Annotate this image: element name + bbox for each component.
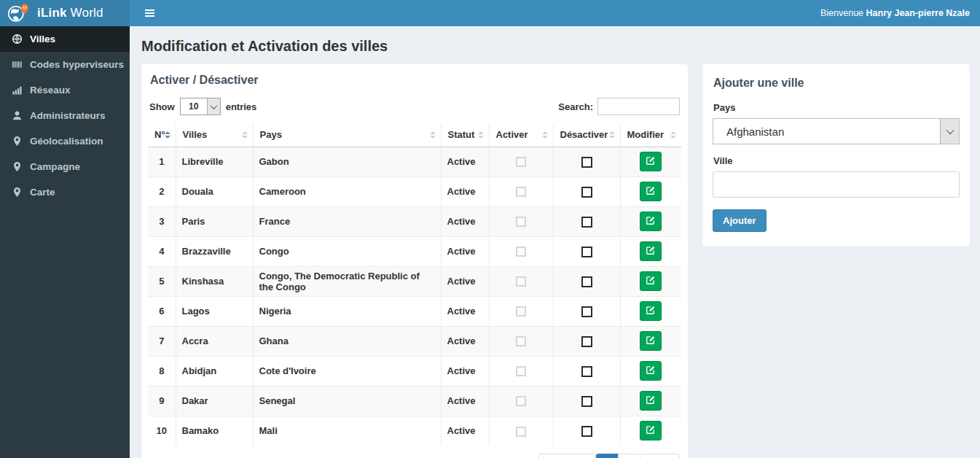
modifier-button[interactable] — [640, 271, 662, 291]
page-title: Modification et Activation des villes — [141, 38, 971, 55]
modifier-button[interactable] — [640, 182, 662, 201]
desactiver-checkbox[interactable] — [581, 276, 592, 287]
navbar: Bienvenue Hanry Jean-pierre Nzale — [130, 0, 980, 26]
show-label: Show — [149, 101, 175, 112]
cell-statut: Active — [441, 147, 489, 176]
column-header-statut[interactable]: Statut — [441, 123, 489, 147]
sidebar-toggle-hamburger-icon[interactable] — [139, 4, 160, 23]
edit-pencil-icon — [646, 155, 656, 168]
desactiver-checkbox[interactable] — [581, 306, 592, 317]
desactiver-checkbox[interactable] — [581, 426, 592, 437]
cell-n: 10 — [148, 416, 176, 446]
sidebar-item-label: Codes hyperviseurs — [30, 59, 124, 70]
table-row: 2 Douala Cameroon Active — [148, 176, 681, 206]
search-label: Search: — [558, 101, 593, 112]
datatable-controls: Show 10 entries Search: — [149, 98, 680, 115]
cell-statut: Active — [441, 176, 489, 206]
activer-checkbox — [516, 187, 526, 197]
welcome-message: Bienvenue Hanry Jean-pierre Nzale — [820, 8, 970, 18]
table-info: Showing 1 to 10 of 17 entries — [149, 454, 280, 458]
sidebar-item-carte[interactable]: Carte — [0, 179, 130, 205]
chevron-down-icon — [940, 119, 959, 144]
sort-icon — [542, 131, 548, 139]
ajouter-button[interactable]: Ajouter — [713, 209, 767, 232]
barcode-icon — [11, 59, 23, 70]
table-panel-title: Activer / Désactiver — [150, 74, 681, 87]
table-row: 4 Brazzaville Congo Active — [148, 236, 681, 266]
activer-checkbox — [516, 336, 526, 346]
table-row: 8 Abidjan Cote d'Ivoire Active — [148, 356, 681, 386]
sort-icon — [478, 131, 484, 139]
sidebar-item-reseaux[interactable]: Réseaux — [0, 77, 130, 103]
column-header-activer[interactable]: Activer — [489, 123, 553, 147]
ilink-globe-pin-logo-icon — [7, 2, 30, 24]
sidebar-item-codes-hyperviseurs[interactable]: Codes hyperviseurs — [0, 52, 130, 77]
cell-statut: Active — [441, 266, 489, 296]
desactiver-checkbox[interactable] — [581, 396, 592, 407]
column-header-n[interactable]: N° — [148, 123, 176, 147]
modifier-button[interactable] — [640, 421, 662, 440]
cell-ville: Accra — [176, 326, 253, 356]
column-header-modifier[interactable]: Modifier — [620, 123, 681, 147]
activation-table-panel: Activer / Désactiver Show 10 entries Sea… — [141, 63, 689, 458]
modifier-button[interactable] — [640, 301, 662, 321]
modifier-button[interactable] — [640, 391, 662, 411]
activer-checkbox — [516, 366, 526, 376]
cell-ville: Douala — [176, 176, 253, 206]
table-row: 7 Accra Ghana Active — [148, 326, 681, 356]
activer-checkbox — [516, 396, 526, 406]
sort-icon — [609, 131, 615, 139]
sidebar-item-administrateurs[interactable]: Administrateurs — [0, 103, 130, 128]
sidebar-item-label: Administrateurs — [30, 110, 106, 121]
desactiver-checkbox[interactable] — [581, 217, 592, 228]
search-input[interactable] — [597, 98, 680, 115]
modifier-button[interactable] — [640, 331, 662, 351]
brand-title: iLink World — [37, 6, 103, 20]
ville-input[interactable] — [713, 171, 960, 198]
cell-pays: Gabon — [253, 147, 441, 176]
modifier-button[interactable] — [640, 152, 662, 171]
sidebar-item-geolocalisation[interactable]: Géolocalisation — [0, 128, 130, 154]
page-length-select[interactable]: 10 — [180, 98, 221, 115]
cell-n: 5 — [148, 266, 176, 296]
chart-bars-icon — [11, 85, 23, 96]
globe-icon — [11, 34, 23, 44]
desactiver-checkbox[interactable] — [581, 366, 592, 377]
cell-n: 8 — [148, 356, 176, 386]
activer-checkbox — [516, 427, 526, 437]
desactiver-checkbox[interactable] — [581, 157, 592, 168]
pagination-next-button[interactable]: Next — [640, 454, 680, 458]
cell-n: 7 — [148, 326, 176, 356]
pagination-page-2[interactable]: 2 — [618, 454, 640, 458]
sidebar-item-label: Carte — [30, 187, 55, 198]
sort-icon — [430, 131, 436, 139]
top-bar: iLink World Bienvenue Hanry Jean-pierre … — [0, 0, 980, 26]
activer-checkbox — [516, 247, 526, 257]
cell-n: 2 — [148, 176, 176, 206]
table-row: 3 Paris France Active — [148, 206, 681, 236]
column-header-desactiver[interactable]: Désactiver — [553, 123, 620, 147]
table-row: 10 Bamako Mali Active — [148, 416, 681, 446]
cell-pays: France — [253, 206, 441, 236]
desactiver-checkbox[interactable] — [581, 336, 592, 347]
edit-pencil-icon — [646, 305, 656, 317]
sidebar-item-villes[interactable]: Villes — [0, 26, 130, 52]
edit-pencil-icon — [646, 215, 656, 228]
pagination-previous-button[interactable]: Previous — [538, 454, 596, 458]
column-header-villes[interactable]: Villes — [176, 123, 253, 147]
cell-n: 6 — [148, 296, 176, 326]
desactiver-checkbox[interactable] — [581, 187, 592, 198]
brand[interactable]: iLink World — [0, 0, 130, 26]
cell-ville: Lagos — [176, 296, 253, 326]
desactiver-checkbox[interactable] — [581, 247, 592, 257]
cell-statut: Active — [441, 296, 489, 326]
column-header-pays[interactable]: Pays — [253, 123, 441, 147]
pays-select[interactable]: Afghanistan — [713, 118, 960, 144]
sidebar-item-campagne[interactable]: Campagne — [0, 154, 130, 179]
modifier-button[interactable] — [640, 211, 662, 231]
page-length-control: Show 10 entries — [149, 98, 256, 115]
pagination-page-1[interactable]: 1 — [596, 454, 619, 458]
table-row: 1 Libreville Gabon Active — [148, 147, 681, 176]
modifier-button[interactable] — [640, 241, 662, 261]
modifier-button[interactable] — [640, 361, 662, 381]
